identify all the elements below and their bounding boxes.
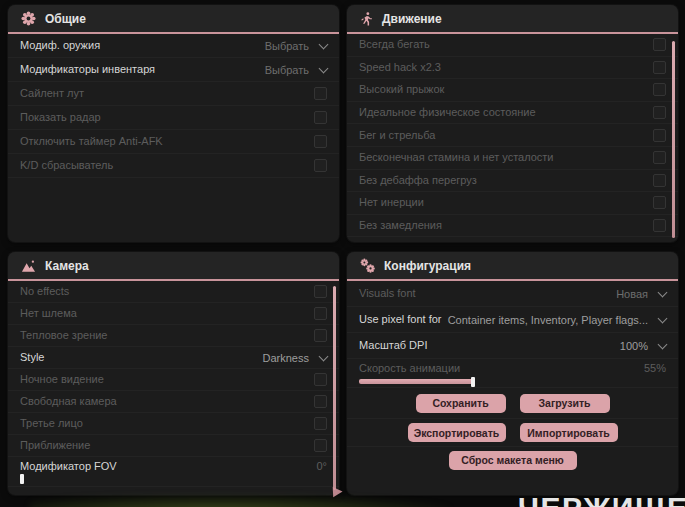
- inventory-mods-dropdown[interactable]: Выбрать: [265, 64, 327, 76]
- setting-label: Сайлент лут: [20, 88, 84, 99]
- checkbox[interactable]: [653, 83, 666, 96]
- panel-camera-header: Камера: [8, 252, 339, 281]
- checkbox[interactable]: [653, 174, 666, 187]
- animation-speed-slider-row: Скорость анимации 55%: [347, 359, 678, 388]
- pixel-font-dropdown[interactable]: Container items, Inventory, Player flags…: [448, 314, 666, 326]
- setting-label: Высокий прыжок: [359, 84, 444, 95]
- setting-row: Сайлент лут: [8, 82, 339, 106]
- panel-config: Конфигурация Visuals font Новая Use pixe…: [347, 252, 678, 495]
- gears-icon: [360, 258, 375, 273]
- checkbox[interactable]: [314, 439, 327, 452]
- save-button[interactable]: Сохранить: [416, 394, 506, 413]
- setting-label: Без дебаффа перегруз: [359, 175, 477, 186]
- setting-label: Отключить таймер Anti-AFK: [20, 136, 163, 147]
- checkbox[interactable]: [314, 135, 327, 148]
- panel-general-header: Общие: [8, 5, 339, 34]
- chevron-down-icon: [658, 339, 668, 349]
- export-button[interactable]: Экспортировать: [408, 423, 506, 442]
- button-row: Сохранить Загрузить: [347, 388, 678, 419]
- checkbox[interactable]: [314, 159, 327, 172]
- checkbox[interactable]: [653, 61, 666, 74]
- setting-label: Идеальное физическое состояние: [359, 107, 536, 118]
- slider-value: 55%: [644, 363, 666, 374]
- setting-row: Visuals font Новая: [347, 281, 678, 307]
- gear-icon: [21, 11, 36, 26]
- setting-row: Ночное видение: [8, 369, 339, 391]
- setting-label: Style: [20, 352, 44, 363]
- setting-label: Тепловое зрение: [20, 330, 107, 341]
- setting-row: Свободная камера: [8, 391, 339, 413]
- setting-row: Use pixel font for Container items, Inve…: [347, 307, 678, 333]
- setting-row: Третье лицо: [8, 413, 339, 435]
- setting-row: Без дебаффа перегруз: [347, 170, 678, 193]
- setting-row: Бесконечная стамина и нет усталости: [347, 147, 678, 170]
- setting-row: Speed hack x2.3: [347, 57, 678, 80]
- scrollbar[interactable]: [333, 286, 336, 490]
- setting-row: Идеальное физическое состояние: [347, 102, 678, 125]
- setting-row: Style Darkness: [8, 347, 339, 369]
- slider-thumb[interactable]: [471, 377, 475, 387]
- setting-label: Бег и стрельба: [359, 130, 435, 141]
- setting-row: Масштаб DPI 100%: [347, 333, 678, 359]
- checkbox[interactable]: [314, 395, 327, 408]
- checkbox[interactable]: [653, 129, 666, 142]
- setting-label: Speed hack x2.3: [359, 62, 441, 73]
- checkbox[interactable]: [653, 151, 666, 164]
- checkbox[interactable]: [314, 417, 327, 430]
- weapon-mod-dropdown[interactable]: Выбрать: [265, 40, 327, 52]
- scrollbar[interactable]: [672, 41, 675, 238]
- setting-label: Модификаторы инвентаря: [20, 64, 155, 75]
- panel-title: Конфигурация: [384, 259, 471, 273]
- checkbox[interactable]: [314, 373, 327, 386]
- setting-row: Отключить таймер Anti-AFK: [8, 130, 339, 154]
- setting-row: Модиф. оружия Выбрать: [8, 34, 339, 58]
- dropdown-value: Новая: [616, 288, 648, 300]
- fov-slider-thumb[interactable]: [20, 474, 24, 484]
- setting-label: Свободная камера: [20, 396, 117, 407]
- checkbox[interactable]: [653, 106, 666, 119]
- setting-label: Модиф. оружия: [20, 40, 100, 51]
- setting-label: Третье лицо: [20, 418, 83, 429]
- panel-movement-header: Движение: [347, 5, 678, 34]
- checkbox[interactable]: [314, 285, 327, 298]
- import-button[interactable]: Импортировать: [520, 423, 618, 442]
- dpi-scale-dropdown[interactable]: 100%: [620, 340, 666, 352]
- dropdown-value: Выбрать: [265, 40, 309, 52]
- setting-label: Бесконечная стамина и нет усталости: [359, 152, 554, 163]
- checkbox[interactable]: [314, 87, 327, 100]
- setting-label: Ночное видение: [20, 374, 104, 385]
- slider-fill: [359, 379, 473, 384]
- checkbox[interactable]: [653, 196, 666, 209]
- checkbox[interactable]: [314, 111, 327, 124]
- checkbox[interactable]: [653, 38, 666, 51]
- panel-movement: Движение Всегда бегать Speed hack x2.3 В…: [347, 5, 678, 242]
- setting-label: Visuals font: [359, 288, 416, 299]
- dropdown-value: Container items, Inventory, Player flags…: [448, 314, 648, 326]
- panel-title: Движение: [382, 12, 442, 26]
- checkbox[interactable]: [314, 307, 327, 320]
- reset-menu-layout-button[interactable]: Сброс макета меню: [449, 451, 577, 470]
- setting-row: Тепловое зрение: [8, 325, 339, 347]
- setting-row: Приближение: [8, 435, 339, 457]
- panel-camera: Камера No effects Нет шлема Тепловое зре…: [8, 252, 339, 495]
- checkbox[interactable]: [314, 329, 327, 342]
- setting-label: Показать радар: [20, 112, 101, 123]
- setting-label: Масштаб DPI: [359, 340, 427, 351]
- setting-label: Скорость анимации: [359, 363, 460, 374]
- checkbox[interactable]: [653, 219, 666, 232]
- setting-label: Приближение: [20, 440, 90, 451]
- runner-icon: [360, 12, 373, 26]
- load-button[interactable]: Загрузить: [520, 394, 610, 413]
- fov-slider-row: Модификатор FOV 0°: [8, 457, 339, 487]
- setting-label: Без замедления: [359, 220, 442, 231]
- visuals-font-dropdown[interactable]: Новая: [616, 288, 666, 300]
- fov-value: 0°: [316, 461, 327, 472]
- style-dropdown[interactable]: Darkness: [263, 352, 327, 364]
- setting-row: Нет инерции: [347, 192, 678, 215]
- dropdown-value: Darkness: [263, 352, 309, 364]
- chevron-down-icon: [319, 351, 329, 361]
- animation-speed-slider[interactable]: [359, 377, 666, 387]
- chevron-down-icon: [658, 313, 668, 323]
- setting-label: Нет инерции: [359, 197, 424, 208]
- setting-label: Всегда бегать: [359, 39, 430, 50]
